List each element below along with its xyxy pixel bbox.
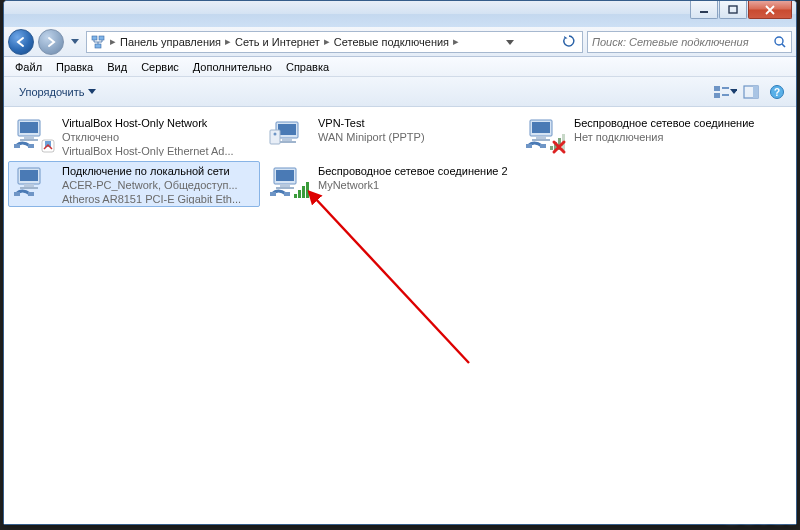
breadcrumb-network-connections[interactable]: Сетевые подключения	[331, 34, 452, 50]
search-icon	[773, 35, 787, 49]
connection-icon	[268, 116, 312, 156]
connection-text: Беспроводное сетевое соединение Нет подк…	[574, 116, 768, 156]
menu-tools[interactable]: Сервис	[134, 59, 186, 75]
connection-text: Подключение по локальной сети ACER-PC_Ne…	[62, 164, 256, 204]
connection-icon	[524, 116, 568, 156]
connection-sub2: VirtualBox Host-Only Ethernet Ad...	[62, 144, 256, 156]
svg-rect-38	[20, 170, 38, 181]
svg-rect-22	[278, 124, 296, 135]
organize-label: Упорядочить	[19, 86, 84, 98]
connection-title: Беспроводное сетевое соединение	[574, 116, 768, 130]
svg-rect-48	[284, 192, 290, 196]
connection-sub1: Нет подключения	[574, 130, 768, 144]
svg-rect-42	[28, 192, 34, 196]
svg-rect-52	[306, 182, 309, 198]
connection-item[interactable]: VPN-Test WAN Miniport (PPTP)	[264, 113, 516, 159]
svg-rect-23	[282, 138, 292, 141]
svg-point-5	[775, 37, 783, 45]
svg-rect-4	[95, 44, 101, 48]
svg-rect-15	[20, 122, 38, 133]
connection-item[interactable]: VirtualBox Host-Only Network Отключено V…	[8, 113, 260, 159]
menu-file[interactable]: Файл	[8, 59, 49, 75]
svg-rect-31	[526, 144, 532, 148]
svg-rect-32	[540, 144, 546, 148]
svg-rect-41	[14, 192, 20, 196]
svg-rect-6	[714, 86, 720, 91]
svg-line-53	[314, 197, 469, 363]
chevron-down-icon	[730, 89, 737, 95]
connection-sub2: WAN Miniport (PPTP)	[318, 130, 512, 144]
svg-rect-50	[298, 190, 301, 198]
address-bar[interactable]: ▸ Панель управления ▸ Сеть и Интернет ▸ …	[86, 31, 583, 53]
menu-advanced[interactable]: Дополнительно	[186, 59, 279, 75]
minimize-button[interactable]	[690, 1, 718, 19]
svg-rect-49	[294, 194, 297, 198]
content-area: VirtualBox Host-Only Network Отключено V…	[4, 107, 796, 524]
svg-rect-44	[276, 170, 294, 181]
svg-rect-51	[302, 186, 305, 198]
search-input[interactable]	[592, 36, 773, 48]
menu-edit[interactable]: Правка	[49, 59, 100, 75]
view-options-button[interactable]	[712, 81, 738, 103]
svg-rect-19	[28, 144, 34, 148]
close-button[interactable]	[748, 1, 792, 19]
svg-rect-1	[729, 6, 737, 13]
back-button[interactable]	[8, 29, 34, 55]
menu-help[interactable]: Справка	[279, 59, 336, 75]
connection-title: VPN-Test	[318, 116, 512, 130]
refresh-button[interactable]	[559, 34, 579, 50]
connection-item[interactable]: Подключение по локальной сети ACER-PC_Ne…	[8, 161, 260, 207]
connection-item[interactable]: Беспроводное сетевое соединение 2 MyNetw…	[264, 161, 516, 207]
annotation-arrow	[294, 185, 494, 375]
svg-rect-40	[20, 187, 38, 189]
svg-rect-0	[700, 11, 708, 13]
connection-text: Беспроводное сетевое соединение 2 MyNetw…	[318, 164, 512, 204]
chevron-down-icon	[88, 89, 96, 95]
connection-sub1: Отключено	[62, 130, 256, 144]
svg-rect-46	[276, 187, 294, 189]
svg-rect-39	[24, 184, 34, 187]
svg-rect-3	[99, 36, 104, 40]
connection-sub2: Atheros AR8151 PCI-E Gigabit Eth...	[62, 192, 256, 204]
svg-point-26	[274, 133, 277, 136]
chevron-right-icon: ▸	[323, 35, 331, 48]
breadcrumb-network-internet[interactable]: Сеть и Интернет	[232, 34, 323, 50]
svg-rect-28	[532, 122, 550, 133]
connection-title: Беспроводное сетевое соединение 2	[318, 164, 512, 178]
connection-icon	[12, 116, 56, 156]
connection-item[interactable]: Беспроводное сетевое соединение Нет подк…	[520, 113, 772, 159]
svg-rect-11	[753, 86, 758, 98]
connection-icon	[12, 164, 56, 204]
svg-rect-8	[722, 87, 729, 89]
svg-rect-16	[24, 136, 34, 139]
organize-button[interactable]: Упорядочить	[10, 81, 105, 103]
svg-rect-47	[270, 192, 276, 196]
connection-sub1: ACER-PC_Network, Общедоступ...	[62, 178, 256, 192]
forward-button[interactable]	[38, 29, 64, 55]
chevron-right-icon: ▸	[224, 35, 232, 48]
svg-rect-45	[280, 184, 290, 187]
history-dropdown[interactable]	[68, 33, 82, 51]
address-dropdown[interactable]	[503, 36, 517, 48]
svg-text:?: ?	[774, 87, 780, 98]
connection-sub1: MyNetwork1	[318, 178, 512, 192]
help-button[interactable]: ?	[764, 81, 790, 103]
svg-rect-29	[536, 136, 546, 139]
toolbar: Упорядочить ?	[4, 77, 796, 107]
svg-rect-30	[532, 139, 550, 141]
svg-rect-2	[92, 36, 97, 40]
explorer-window: ▸ Панель управления ▸ Сеть и Интернет ▸ …	[3, 0, 797, 525]
nav-bar: ▸ Панель управления ▸ Сеть и Интернет ▸ …	[4, 27, 796, 57]
connection-text: VPN-Test WAN Miniport (PPTP)	[318, 116, 512, 156]
preview-pane-button[interactable]	[738, 81, 764, 103]
chevron-right-icon: ▸	[452, 35, 460, 48]
titlebar	[4, 1, 796, 27]
search-box[interactable]	[587, 31, 792, 53]
maximize-button[interactable]	[719, 1, 747, 19]
menu-bar: Файл Правка Вид Сервис Дополнительно Спр…	[4, 57, 796, 77]
svg-rect-33	[550, 146, 553, 150]
breadcrumb-control-panel[interactable]: Панель управления	[117, 34, 224, 50]
connections-grid: VirtualBox Host-Only Network Отключено V…	[8, 113, 792, 207]
connection-icon	[268, 164, 312, 204]
menu-view[interactable]: Вид	[100, 59, 134, 75]
